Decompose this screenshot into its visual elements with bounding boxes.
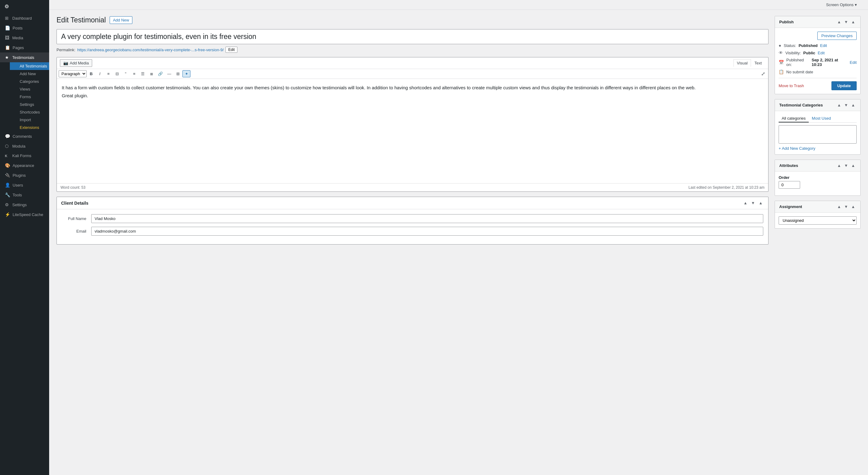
update-button[interactable]: Update: [832, 81, 857, 90]
assignment-collapse-up[interactable]: ▲: [836, 204, 842, 209]
assignment-title: Assignment: [779, 204, 802, 209]
testimonials-icon: ★: [5, 55, 10, 60]
published-edit-link[interactable]: Edit: [850, 60, 857, 65]
editor-toolbar-top: 📷 Add Media Visual Text: [57, 57, 768, 69]
table-button[interactable]: ⊞: [174, 70, 182, 77]
align-center-button[interactable]: ☰: [139, 70, 147, 77]
permalink-row: Permalink: https://andreea.georgeciobanu…: [57, 47, 769, 53]
assignment-select[interactable]: Unassigned: [779, 216, 857, 225]
publish-collapse-down[interactable]: ▼: [843, 19, 849, 25]
blockquote-button[interactable]: ": [122, 70, 130, 77]
permalink-url[interactable]: https://andreea.georgeciobanu.com/testim…: [77, 47, 224, 52]
order-field-group: Order: [779, 175, 857, 189]
attributes-collapse-up[interactable]: ▲: [836, 163, 842, 168]
align-right-button[interactable]: ≣: [148, 70, 155, 77]
sidebar-item-users[interactable]: 👤 Users: [0, 180, 49, 190]
title-input-wrap: [57, 29, 769, 47]
editor-content[interactable]: It has a form with custom fields to coll…: [57, 79, 768, 183]
sidebar-item-import[interactable]: Import: [10, 116, 49, 124]
ordered-list-button[interactable]: ⊟: [113, 70, 121, 77]
status-edit-link[interactable]: Edit: [820, 43, 827, 48]
move-to-trash-link[interactable]: Move to Trash: [779, 83, 804, 88]
assignment-toggle[interactable]: ▲: [850, 204, 856, 209]
client-details-close[interactable]: ▲: [757, 200, 764, 206]
horizontal-rule-button[interactable]: —: [165, 70, 173, 77]
assignment-collapse-down[interactable]: ▼: [843, 204, 849, 209]
permalink-edit-button[interactable]: Edit: [225, 47, 238, 53]
full-name-input[interactable]: [91, 214, 763, 223]
editor-footer: Word count: 53 Last edited on September …: [57, 183, 768, 192]
link-button[interactable]: 🔗: [156, 70, 165, 77]
chevron-down-icon: ▾: [855, 2, 857, 7]
publish-title: Publish: [779, 20, 794, 24]
toolbar-expand-button[interactable]: ⤢: [760, 70, 766, 77]
sidebar-item-modula[interactable]: ⬡ Modula: [0, 141, 49, 151]
preview-changes-button[interactable]: Preview Changes: [817, 32, 857, 40]
visibility-label: Visibility:: [785, 50, 801, 55]
settings-label: Settings: [20, 102, 34, 107]
attributes-controls: ▲ ▼ ▲: [836, 163, 856, 168]
page-title: Edit Testimonial: [57, 16, 106, 24]
publish-collapse-up[interactable]: ▲: [836, 19, 842, 25]
status-icon: ●: [779, 43, 781, 48]
categories-collapse-down[interactable]: ▼: [843, 102, 849, 108]
visual-tab[interactable]: Visual: [734, 59, 751, 67]
views-label: Views: [20, 87, 30, 92]
sidebar-item-kali-forms[interactable]: K Kali Forms: [0, 151, 49, 161]
client-details-controls: ▲ ▼ ▲: [742, 200, 764, 206]
sidebar-item-label: Tools: [12, 193, 22, 197]
visibility-edit-link[interactable]: Edit: [818, 50, 825, 55]
sidebar-item-appearance[interactable]: 🎨 Appearance: [0, 161, 49, 170]
most-used-tab[interactable]: Most Used: [809, 115, 834, 123]
sidebar-item-forms[interactable]: Forms: [10, 93, 49, 101]
sidebar-item-comments[interactable]: 💬 Comments: [0, 131, 49, 141]
email-input[interactable]: [91, 227, 763, 236]
screen-options-button[interactable]: Screen Options ▾: [822, 0, 861, 9]
sidebar-item-all-testimonials[interactable]: All Testimonials: [10, 62, 49, 70]
sidebar-item-pages[interactable]: 📋 Pages: [0, 43, 49, 53]
sidebar-item-litespeed[interactable]: ⚡ LiteSpeed Cache: [0, 210, 49, 219]
sidebar-item-tools[interactable]: 🔧 Tools: [0, 190, 49, 200]
sidebar-item-extensions[interactable]: Extensions: [10, 124, 49, 131]
bold-button[interactable]: B: [87, 70, 95, 77]
testimonial-categories-title: Testimonial Categories: [779, 103, 823, 107]
sidebar-item-settings[interactable]: Settings: [10, 101, 49, 108]
client-details-collapse-up[interactable]: ▲: [742, 200, 748, 206]
client-details-collapse-down[interactable]: ▼: [750, 200, 756, 206]
add-new-category-link[interactable]: + Add New Category: [779, 146, 815, 151]
add-media-button[interactable]: 📷 Add Media: [60, 59, 92, 67]
add-new-button[interactable]: Add New: [110, 16, 133, 24]
all-categories-tab[interactable]: All categories: [779, 115, 809, 123]
unordered-list-button[interactable]: ≡: [104, 70, 113, 77]
wp-more-button[interactable]: ✦: [182, 70, 190, 77]
order-input[interactable]: [779, 181, 800, 189]
sidebar-item-add-new[interactable]: Add New: [10, 70, 49, 78]
sidebar-item-shortcodes[interactable]: Shortcodes: [10, 108, 49, 116]
sidebar-item-settings-main[interactable]: ⚙ Settings: [0, 200, 49, 210]
client-details-panel: Client Details ▲ ▼ ▲ Full Name Email: [57, 197, 769, 244]
categories-toggle[interactable]: ▲: [850, 102, 856, 108]
sidebar-item-dashboard[interactable]: ⊞ Dashboard: [0, 13, 49, 23]
visual-text-tabs: Visual Text: [734, 59, 765, 67]
attributes-collapse-down[interactable]: ▼: [843, 163, 849, 168]
italic-button[interactable]: I: [96, 70, 104, 77]
sidebar-item-plugins[interactable]: 🔌 Plugins: [0, 170, 49, 180]
post-title-input[interactable]: [57, 29, 769, 44]
import-label: Import: [20, 117, 31, 122]
sidebar-item-views[interactable]: Views: [10, 85, 49, 93]
text-tab[interactable]: Text: [751, 59, 765, 67]
pages-icon: 📋: [5, 45, 10, 50]
categories-collapse-up[interactable]: ▲: [836, 102, 842, 108]
wp-logo: 🅦: [0, 0, 49, 13]
align-left-button[interactable]: ≡: [130, 70, 138, 77]
main-editor: Edit Testimonial Add New Permalink: http…: [57, 16, 769, 469]
sidebar-item-testimonials[interactable]: ★ Testimonials: [0, 53, 49, 62]
sidebar-item-categories[interactable]: Categories: [10, 78, 49, 85]
posts-icon: 📄: [5, 26, 10, 30]
attributes-toggle[interactable]: ▲: [850, 163, 856, 168]
paragraph-select[interactable]: Paragraph: [59, 70, 87, 77]
sidebar-item-media[interactable]: 🖼 Media: [0, 33, 49, 43]
sidebar-item-posts[interactable]: 📄 Posts: [0, 23, 49, 33]
add-media-label: Add Media: [70, 61, 89, 65]
publish-toggle[interactable]: ▲: [850, 19, 856, 25]
